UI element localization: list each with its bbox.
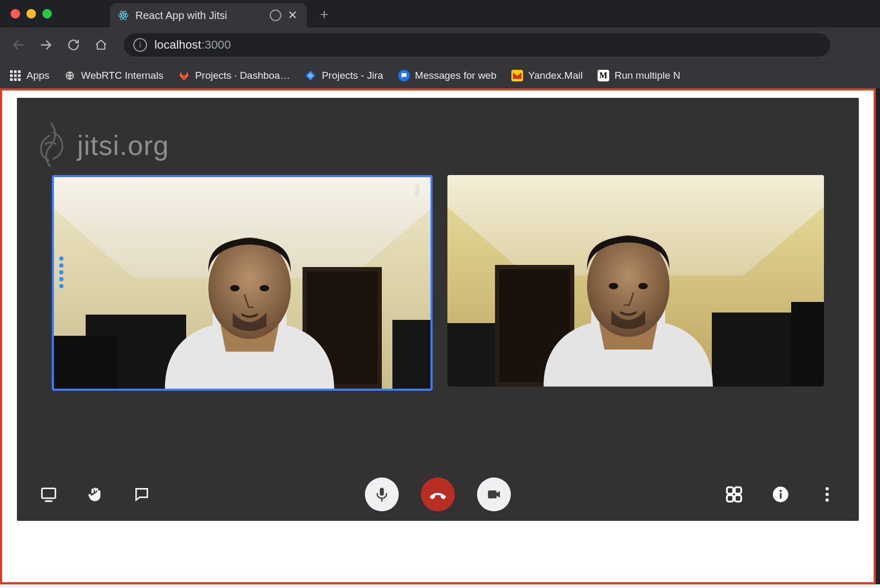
jitsi-app-frame: jitsi.org bbox=[17, 98, 859, 521]
svg-rect-41 bbox=[735, 488, 741, 494]
apps-label: Apps bbox=[26, 70, 49, 81]
connection-indicator[interactable] bbox=[59, 256, 63, 288]
bookmark-webrtc[interactable]: WebRTC Internals bbox=[64, 70, 163, 81]
video-thumbnail bbox=[447, 175, 824, 387]
svg-rect-31 bbox=[791, 302, 824, 387]
svg-rect-43 bbox=[735, 495, 741, 502]
gitlab-icon bbox=[178, 70, 190, 81]
chat-button[interactable] bbox=[131, 484, 152, 505]
hangup-button[interactable] bbox=[421, 477, 455, 511]
svg-rect-45 bbox=[780, 493, 782, 499]
bookmark-label: Projects · Dashboa… bbox=[195, 70, 290, 81]
jitsi-brand-text: jitsi.org bbox=[77, 130, 169, 161]
tile-kebab-icon[interactable]: ⋮ bbox=[411, 183, 423, 197]
zoom-window-dot[interactable] bbox=[42, 9, 52, 19]
svg-rect-12 bbox=[10, 78, 13, 81]
svg-rect-42 bbox=[727, 495, 734, 502]
bookmark-label: Yandex.Mail bbox=[528, 70, 583, 81]
browser-tab[interactable]: React App with Jitsi ✕ bbox=[110, 3, 307, 27]
apps-button[interactable]: Apps bbox=[10, 70, 49, 81]
raise-hand-button[interactable] bbox=[85, 484, 106, 505]
nav-forward-button[interactable] bbox=[37, 36, 55, 54]
svg-rect-36 bbox=[42, 489, 56, 498]
bookmark-label: WebRTC Internals bbox=[81, 70, 163, 81]
svg-rect-10 bbox=[14, 75, 17, 77]
participant-tile-remote[interactable] bbox=[447, 175, 824, 387]
bookmark-gitlab[interactable]: Projects · Dashboa… bbox=[178, 70, 290, 81]
svg-point-3 bbox=[122, 14, 124, 16]
bookmark-medium[interactable]: M Run multiple N bbox=[598, 70, 681, 81]
svg-rect-7 bbox=[14, 70, 17, 73]
bookmark-jira[interactable]: Projects - Jira bbox=[305, 70, 383, 81]
close-window-dot[interactable] bbox=[11, 9, 20, 19]
apps-grid-icon bbox=[10, 70, 21, 81]
minimize-window-dot[interactable] bbox=[26, 9, 36, 19]
svg-rect-8 bbox=[18, 70, 21, 73]
svg-rect-13 bbox=[14, 78, 17, 81]
svg-point-25 bbox=[260, 285, 269, 291]
svg-point-34 bbox=[638, 283, 648, 289]
svg-rect-21 bbox=[54, 336, 117, 389]
svg-rect-6 bbox=[10, 70, 13, 73]
medium-icon: M bbox=[598, 70, 609, 81]
svg-point-24 bbox=[230, 285, 240, 291]
svg-point-47 bbox=[826, 487, 829, 490]
new-tab-button[interactable]: ＋ bbox=[317, 7, 331, 21]
info-button[interactable] bbox=[770, 484, 791, 505]
svg-rect-11 bbox=[18, 75, 21, 77]
address-bar[interactable]: i localhost:3000 bbox=[124, 33, 830, 57]
bookmark-messages[interactable]: Messages for web bbox=[398, 70, 497, 81]
jitsi-logo: jitsi.org bbox=[33, 119, 169, 172]
svg-point-46 bbox=[780, 490, 782, 492]
bookmark-label: Run multiple N bbox=[615, 70, 681, 81]
messages-icon bbox=[398, 70, 410, 81]
tab-title: React App with Jitsi bbox=[135, 10, 263, 22]
nav-reload-button[interactable] bbox=[65, 36, 82, 54]
svg-point-48 bbox=[826, 493, 829, 496]
site-info-icon[interactable]: i bbox=[133, 38, 147, 52]
react-favicon bbox=[117, 10, 129, 21]
svg-point-35 bbox=[609, 283, 618, 289]
window-traffic-lights[interactable] bbox=[11, 9, 52, 19]
nav-back-button[interactable] bbox=[10, 36, 28, 54]
jitsi-mark-icon bbox=[33, 119, 70, 172]
globe-icon bbox=[64, 70, 76, 81]
svg-rect-32 bbox=[447, 323, 495, 387]
bookmark-yandex[interactable]: Yandex.Mail bbox=[511, 70, 583, 81]
jira-icon bbox=[305, 70, 316, 81]
screen-share-button[interactable] bbox=[38, 484, 59, 505]
svg-rect-40 bbox=[727, 488, 734, 494]
svg-rect-22 bbox=[392, 320, 430, 389]
toggle-mic-button[interactable] bbox=[365, 477, 399, 511]
nav-home-button[interactable] bbox=[92, 36, 110, 54]
svg-rect-9 bbox=[10, 75, 13, 77]
mail-icon bbox=[511, 70, 523, 81]
tile-view-button[interactable] bbox=[723, 484, 745, 505]
bookmark-label: Projects - Jira bbox=[322, 70, 383, 81]
more-actions-button[interactable] bbox=[817, 484, 838, 505]
tab-loading-indicator bbox=[270, 10, 281, 21]
svg-rect-38 bbox=[380, 488, 384, 496]
svg-rect-14 bbox=[18, 78, 21, 81]
video-thumbnail bbox=[54, 177, 430, 389]
toggle-camera-button[interactable] bbox=[477, 477, 511, 511]
svg-point-49 bbox=[826, 499, 829, 502]
url-text: localhost:3000 bbox=[154, 38, 231, 52]
close-tab-icon[interactable]: ✕ bbox=[288, 11, 297, 20]
participant-tile-self[interactable]: ⋮ bbox=[52, 175, 433, 391]
svg-rect-39 bbox=[488, 491, 497, 499]
bookmark-label: Messages for web bbox=[415, 70, 497, 81]
